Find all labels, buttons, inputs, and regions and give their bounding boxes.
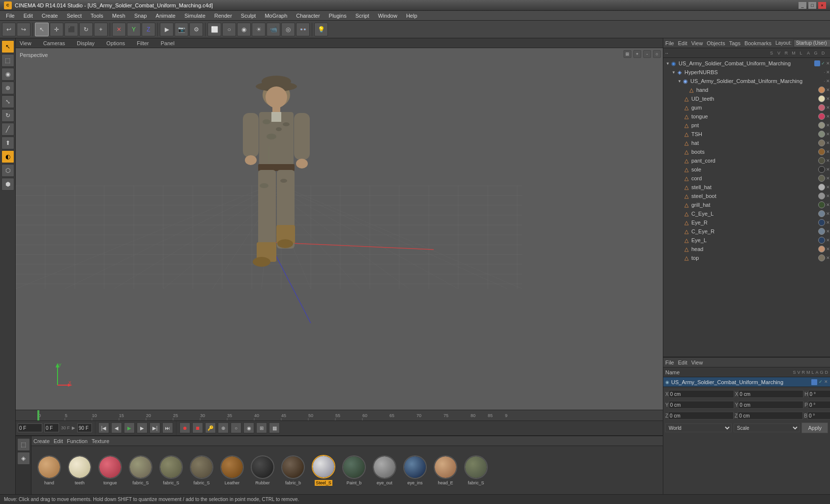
menu-character[interactable]: Character xyxy=(292,12,324,20)
apply-button[interactable]: Apply xyxy=(801,422,828,433)
attr-menu-file[interactable]: File xyxy=(665,360,674,365)
mat-eye-ins[interactable]: eye_ins xyxy=(401,455,429,485)
y-axis-btn[interactable]: Y xyxy=(127,23,141,36)
coord-h-rot[interactable] xyxy=(808,390,830,398)
cube-prim[interactable]: ⬜ xyxy=(208,23,221,36)
3d-viewport[interactable]: Y X Perspective ⊞ + - ○ xyxy=(16,48,663,410)
mat-teeth[interactable]: teeth xyxy=(66,455,93,485)
null-add[interactable]: ◎ xyxy=(281,23,295,36)
rm-edit[interactable]: Edit xyxy=(678,40,687,46)
brush-tool[interactable]: ◐ xyxy=(1,150,14,163)
mat-menu-function[interactable]: Function xyxy=(67,438,88,444)
menu-render[interactable]: Render xyxy=(210,12,236,20)
nurbs-prim[interactable]: ◉ xyxy=(237,23,251,36)
vp-tab-panel[interactable]: Panel xyxy=(159,40,177,46)
tree-row-root[interactable]: ▼ ◉ US_Army_Soldier_Combat_Uniform_March… xyxy=(663,59,830,68)
menu-mograph[interactable]: MoGraph xyxy=(261,12,291,20)
mat-tool1[interactable]: ⬚ xyxy=(17,438,30,451)
magnet-tool[interactable]: ⬢ xyxy=(1,178,14,191)
vp-tab-filter[interactable]: Filter xyxy=(135,40,150,46)
menu-file[interactable]: File xyxy=(2,12,19,20)
vp-tab-display[interactable]: Display xyxy=(75,40,96,46)
mat-tool2[interactable]: ◈ xyxy=(17,452,30,465)
mat-fabric-b[interactable]: fabric_b xyxy=(279,455,307,485)
goto-end2-btn[interactable]: ⏭ xyxy=(162,422,173,433)
mat-menu-create[interactable]: Create xyxy=(33,438,50,444)
mat-tongue[interactable]: tongue xyxy=(96,455,124,485)
tree-row-tsh[interactable]: △ TSH ✕ xyxy=(663,130,830,139)
tree-row-grillhat[interactable]: △ grill_hat ✕ xyxy=(663,200,830,209)
mat-fabric-s2[interactable]: fabric_S xyxy=(462,455,490,485)
scale-left[interactable]: ⤡ xyxy=(1,95,14,108)
layout-input[interactable] xyxy=(794,39,830,47)
light-add[interactable]: ☀ xyxy=(252,23,266,36)
rm-bookmarks[interactable]: Bookmarks xyxy=(744,40,771,46)
attr-menu-view[interactable]: View xyxy=(691,360,703,365)
goto-start-btn[interactable]: |◀ xyxy=(98,422,109,433)
rm-file[interactable]: File xyxy=(665,40,674,46)
tree-row-hat[interactable]: △ hat ✕ xyxy=(663,139,830,147)
coord-b-rot[interactable] xyxy=(807,412,830,420)
minimize-button[interactable]: _ xyxy=(799,2,806,9)
move-left[interactable]: ⊕ xyxy=(1,82,14,94)
menu-window[interactable]: Window xyxy=(374,12,401,20)
knife-tool[interactable]: ╱ xyxy=(1,123,14,136)
coord-x-scale[interactable] xyxy=(738,390,803,398)
tree-row-hand[interactable]: △ hand ✕ xyxy=(663,85,830,94)
menu-script[interactable]: Script xyxy=(352,12,373,20)
current-frame-input[interactable] xyxy=(18,423,42,432)
coord-z-pos[interactable] xyxy=(668,412,734,420)
tree-row-ceyer[interactable]: △ C_Eye_R ✕ xyxy=(663,227,830,236)
tree-row-eyer[interactable]: △ Eye_R ✕ xyxy=(663,218,830,227)
menu-simulate[interactable]: Simulate xyxy=(180,12,209,20)
add-tool[interactable]: + xyxy=(94,23,108,36)
coord-x-pos[interactable] xyxy=(669,390,734,398)
tree-row-sole[interactable]: △ sole ✕ xyxy=(663,165,830,174)
vp-tab-options[interactable]: Options xyxy=(104,40,127,46)
x-axis-btn[interactable]: ✕ xyxy=(112,23,126,36)
tree-row-main-obj[interactable]: ▼ ◉ US_Army_Soldier_Combat_Uniform_March… xyxy=(663,77,830,85)
mat-menu-edit[interactable]: Edit xyxy=(54,438,63,444)
tree-row-steelboot[interactable]: △ steel_boot ✕ xyxy=(663,192,830,200)
object-tree[interactable]: ▼ ◉ US_Army_Soldier_Combat_Uniform_March… xyxy=(663,58,830,357)
tree-row-nurbs[interactable]: ▼ ◈ HyperNURBS · ✕ xyxy=(663,68,830,77)
maximize-button[interactable]: □ xyxy=(808,2,816,9)
polygon-select[interactable]: ⬚ xyxy=(1,54,14,67)
keyframe-btn[interactable]: 🔑 xyxy=(205,422,216,433)
tree-row-head[interactable]: △ head ✕ xyxy=(663,245,830,253)
menu-mesh[interactable]: Mesh xyxy=(108,12,129,20)
menu-help[interactable]: Help xyxy=(402,12,421,20)
coord-y-scale[interactable] xyxy=(738,401,803,409)
menu-sculpt[interactable]: Sculpt xyxy=(237,12,260,20)
menu-plugins[interactable]: Plugins xyxy=(325,12,351,20)
play-button[interactable]: ▶ xyxy=(124,422,135,433)
rotate-left[interactable]: ↻ xyxy=(1,109,14,122)
coord-action-dropdown[interactable]: Scale Move Rotate xyxy=(734,423,800,432)
mat-steel[interactable]: Steel_S xyxy=(310,455,337,486)
rm-tags[interactable]: Tags xyxy=(729,40,741,46)
menu-edit[interactable]: Edit xyxy=(20,12,37,20)
tree-row-pnt[interactable]: △ pnt ✕ xyxy=(663,121,830,130)
tree-row-udteeth[interactable]: △ UD_teeth ✕ xyxy=(663,94,830,103)
tree-row-ceyel[interactable]: △ C_Eye_L ✕ xyxy=(663,209,830,218)
coord-y-pos[interactable] xyxy=(669,401,734,409)
move-tool[interactable]: ✛ xyxy=(50,23,63,36)
mat-fabric2[interactable]: fabric_S xyxy=(157,455,185,485)
tree-row-gum[interactable]: △ gum ✕ xyxy=(663,103,830,112)
coord-z-scale[interactable] xyxy=(738,412,803,420)
mat-eye-out[interactable]: eye_out xyxy=(371,455,398,485)
timeline-misc4[interactable]: ⊞ xyxy=(256,422,267,433)
end-frame-input[interactable] xyxy=(77,423,92,432)
record-btn[interactable]: ⏺ xyxy=(179,422,190,433)
mat-menu-texture[interactable]: Texture xyxy=(91,438,109,444)
vp-fullscreen[interactable]: ⊞ xyxy=(623,50,631,58)
tree-row-pantcord[interactable]: △ pant_cord ✕ xyxy=(663,156,830,165)
menu-create[interactable]: Create xyxy=(38,12,62,20)
z-axis-btn[interactable]: Z xyxy=(142,23,155,36)
rotate-tool[interactable]: ↻ xyxy=(79,23,93,36)
timeline-ruler[interactable]: 0 5 10 15 20 25 30 35 40 45 50 55 60 65 xyxy=(16,410,663,421)
tree-row-cord[interactable]: △ cord ✕ xyxy=(663,174,830,183)
timeline-misc3[interactable]: ◉ xyxy=(243,422,254,433)
goto-end-btn[interactable]: ▶| xyxy=(149,422,160,433)
render-picture[interactable]: 📷 xyxy=(175,23,188,36)
